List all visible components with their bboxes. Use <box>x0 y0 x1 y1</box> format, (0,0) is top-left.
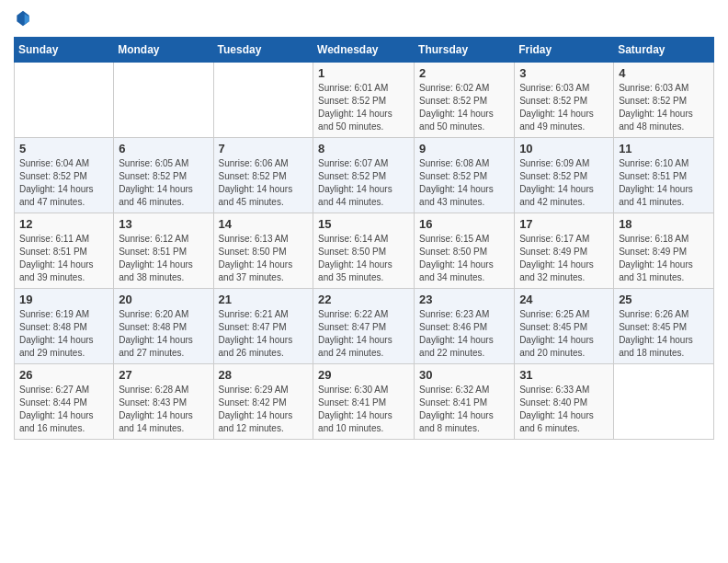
calendar-cell: 9Sunrise: 6:08 AM Sunset: 8:52 PM Daylig… <box>415 138 515 213</box>
cell-info: Sunrise: 6:23 AM Sunset: 8:46 PM Dayligh… <box>419 308 509 360</box>
day-header-monday: Monday <box>114 38 213 63</box>
cell-date: 7 <box>219 142 309 155</box>
calendar-week-4: 19Sunrise: 6:19 AM Sunset: 8:48 PM Dayli… <box>15 289 714 364</box>
cell-date: 16 <box>419 217 509 231</box>
cell-date: 5 <box>19 142 108 155</box>
day-header-friday: Friday <box>515 38 614 63</box>
calendar-cell: 16Sunrise: 6:15 AM Sunset: 8:50 PM Dayli… <box>415 213 515 289</box>
cell-date: 27 <box>119 368 208 382</box>
cell-date: 31 <box>519 368 609 382</box>
calendar-cell <box>213 63 313 138</box>
cell-info: Sunrise: 6:03 AM Sunset: 8:52 PM Dayligh… <box>619 82 709 133</box>
cell-date: 1 <box>318 66 409 80</box>
calendar-week-5: 26Sunrise: 6:27 AM Sunset: 8:44 PM Dayli… <box>15 364 714 440</box>
cell-info: Sunrise: 6:14 AM Sunset: 8:50 PM Dayligh… <box>318 233 409 284</box>
day-header-wednesday: Wednesday <box>313 38 415 63</box>
cell-info: Sunrise: 6:12 AM Sunset: 8:51 PM Dayligh… <box>119 233 208 284</box>
cell-date: 19 <box>19 293 108 306</box>
cell-info: Sunrise: 6:04 AM Sunset: 8:52 PM Dayligh… <box>19 157 108 209</box>
calendar-cell: 10Sunrise: 6:09 AM Sunset: 8:52 PM Dayli… <box>515 138 614 213</box>
calendar-cell: 1Sunrise: 6:01 AM Sunset: 8:52 PM Daylig… <box>313 63 415 138</box>
cell-info: Sunrise: 6:09 AM Sunset: 8:52 PM Dayligh… <box>519 157 609 209</box>
cell-info: Sunrise: 6:32 AM Sunset: 8:41 PM Dayligh… <box>419 384 509 435</box>
calendar-cell <box>614 364 714 440</box>
cell-date: 17 <box>519 217 609 231</box>
calendar-cell: 5Sunrise: 6:04 AM Sunset: 8:52 PM Daylig… <box>15 138 114 213</box>
calendar-cell: 25Sunrise: 6:26 AM Sunset: 8:45 PM Dayli… <box>614 289 714 364</box>
cell-info: Sunrise: 6:08 AM Sunset: 8:52 PM Dayligh… <box>419 157 509 209</box>
cell-date: 26 <box>19 368 108 382</box>
day-header-row: SundayMondayTuesdayWednesdayThursdayFrid… <box>15 38 714 63</box>
calendar-cell: 22Sunrise: 6:22 AM Sunset: 8:47 PM Dayli… <box>313 289 415 364</box>
logo <box>14 9 36 28</box>
cell-date: 11 <box>619 142 709 155</box>
cell-info: Sunrise: 6:01 AM Sunset: 8:52 PM Dayligh… <box>318 82 409 133</box>
calendar-cell: 23Sunrise: 6:23 AM Sunset: 8:46 PM Dayli… <box>415 289 515 364</box>
calendar-cell: 11Sunrise: 6:10 AM Sunset: 8:51 PM Dayli… <box>614 138 714 213</box>
cell-date: 3 <box>519 66 609 80</box>
cell-info: Sunrise: 6:19 AM Sunset: 8:48 PM Dayligh… <box>19 308 108 360</box>
calendar-cell: 28Sunrise: 6:29 AM Sunset: 8:42 PM Dayli… <box>213 364 313 440</box>
calendar-cell: 12Sunrise: 6:11 AM Sunset: 8:51 PM Dayli… <box>15 213 114 289</box>
calendar-cell: 8Sunrise: 6:07 AM Sunset: 8:52 PM Daylig… <box>313 138 415 213</box>
calendar-week-2: 5Sunrise: 6:04 AM Sunset: 8:52 PM Daylig… <box>15 138 714 213</box>
cell-date: 8 <box>318 142 409 155</box>
cell-date: 28 <box>219 368 309 382</box>
calendar-cell: 7Sunrise: 6:06 AM Sunset: 8:52 PM Daylig… <box>213 138 313 213</box>
calendar-cell: 27Sunrise: 6:28 AM Sunset: 8:43 PM Dayli… <box>114 364 213 440</box>
calendar-cell: 21Sunrise: 6:21 AM Sunset: 8:47 PM Dayli… <box>213 289 313 364</box>
cell-info: Sunrise: 6:25 AM Sunset: 8:45 PM Dayligh… <box>519 308 609 360</box>
cell-date: 30 <box>419 368 509 382</box>
cell-info: Sunrise: 6:18 AM Sunset: 8:49 PM Dayligh… <box>619 233 709 284</box>
cell-date: 24 <box>519 293 609 306</box>
cell-info: Sunrise: 6:13 AM Sunset: 8:50 PM Dayligh… <box>219 233 309 284</box>
calendar-cell <box>15 63 114 138</box>
cell-info: Sunrise: 6:33 AM Sunset: 8:40 PM Dayligh… <box>519 384 609 435</box>
calendar-cell: 24Sunrise: 6:25 AM Sunset: 8:45 PM Dayli… <box>515 289 614 364</box>
calendar-week-1: 1Sunrise: 6:01 AM Sunset: 8:52 PM Daylig… <box>15 63 714 138</box>
calendar-cell: 2Sunrise: 6:02 AM Sunset: 8:52 PM Daylig… <box>415 63 515 138</box>
cell-info: Sunrise: 6:29 AM Sunset: 8:42 PM Dayligh… <box>219 384 309 435</box>
cell-date: 12 <box>19 217 108 231</box>
cell-info: Sunrise: 6:28 AM Sunset: 8:43 PM Dayligh… <box>119 384 208 435</box>
cell-info: Sunrise: 6:26 AM Sunset: 8:45 PM Dayligh… <box>619 308 709 360</box>
calendar-cell: 14Sunrise: 6:13 AM Sunset: 8:50 PM Dayli… <box>213 213 313 289</box>
cell-date: 13 <box>119 217 208 231</box>
cell-info: Sunrise: 6:03 AM Sunset: 8:52 PM Dayligh… <box>519 82 609 133</box>
cell-date: 4 <box>619 66 709 80</box>
cell-info: Sunrise: 6:22 AM Sunset: 8:47 PM Dayligh… <box>318 308 409 360</box>
calendar-body: 1Sunrise: 6:01 AM Sunset: 8:52 PM Daylig… <box>15 63 714 440</box>
calendar-cell: 4Sunrise: 6:03 AM Sunset: 8:52 PM Daylig… <box>614 63 714 138</box>
calendar-cell: 3Sunrise: 6:03 AM Sunset: 8:52 PM Daylig… <box>515 63 614 138</box>
cell-date: 25 <box>619 293 709 306</box>
cell-date: 18 <box>619 217 709 231</box>
calendar-cell: 29Sunrise: 6:30 AM Sunset: 8:41 PM Dayli… <box>313 364 415 440</box>
cell-info: Sunrise: 6:10 AM Sunset: 8:51 PM Dayligh… <box>619 157 709 209</box>
calendar-cell: 20Sunrise: 6:20 AM Sunset: 8:48 PM Dayli… <box>114 289 213 364</box>
calendar-cell: 30Sunrise: 6:32 AM Sunset: 8:41 PM Dayli… <box>415 364 515 440</box>
cell-date: 22 <box>318 293 409 306</box>
cell-date: 10 <box>519 142 609 155</box>
cell-date: 15 <box>318 217 409 231</box>
cell-date: 6 <box>119 142 208 155</box>
calendar-cell: 6Sunrise: 6:05 AM Sunset: 8:52 PM Daylig… <box>114 138 213 213</box>
day-header-thursday: Thursday <box>415 38 515 63</box>
calendar: SundayMondayTuesdayWednesdayThursdayFrid… <box>14 37 714 440</box>
cell-info: Sunrise: 6:11 AM Sunset: 8:51 PM Dayligh… <box>19 233 108 284</box>
header <box>14 9 714 28</box>
cell-info: Sunrise: 6:07 AM Sunset: 8:52 PM Dayligh… <box>318 157 409 209</box>
calendar-header: SundayMondayTuesdayWednesdayThursdayFrid… <box>15 38 714 63</box>
day-header-saturday: Saturday <box>614 38 714 63</box>
cell-date: 2 <box>419 66 509 80</box>
calendar-cell: 26Sunrise: 6:27 AM Sunset: 8:44 PM Dayli… <box>15 364 114 440</box>
cell-info: Sunrise: 6:17 AM Sunset: 8:49 PM Dayligh… <box>519 233 609 284</box>
cell-info: Sunrise: 6:30 AM Sunset: 8:41 PM Dayligh… <box>318 384 409 435</box>
cell-info: Sunrise: 6:06 AM Sunset: 8:52 PM Dayligh… <box>219 157 309 209</box>
cell-info: Sunrise: 6:15 AM Sunset: 8:50 PM Dayligh… <box>419 233 509 284</box>
calendar-cell: 13Sunrise: 6:12 AM Sunset: 8:51 PM Dayli… <box>114 213 213 289</box>
calendar-week-3: 12Sunrise: 6:11 AM Sunset: 8:51 PM Dayli… <box>15 213 714 289</box>
cell-info: Sunrise: 6:20 AM Sunset: 8:48 PM Dayligh… <box>119 308 208 360</box>
cell-info: Sunrise: 6:27 AM Sunset: 8:44 PM Dayligh… <box>19 384 108 435</box>
day-header-sunday: Sunday <box>15 38 114 63</box>
calendar-cell: 18Sunrise: 6:18 AM Sunset: 8:49 PM Dayli… <box>614 213 714 289</box>
